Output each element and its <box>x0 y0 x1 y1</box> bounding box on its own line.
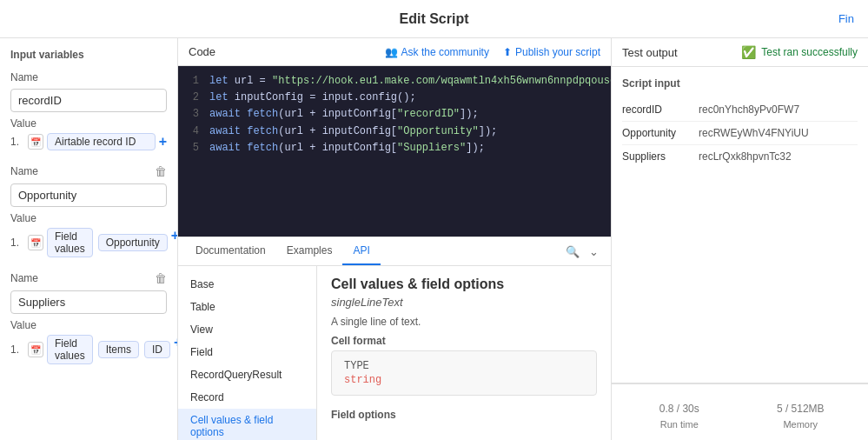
test-success-text: Test ran successfully <box>761 46 858 58</box>
test-output-panel: Test output ✅ Test ran successfully Scri… <box>612 38 868 440</box>
code-line-4: 4 await fetch(url + inputConfig["Opportu… <box>178 123 611 140</box>
api-doc-description: A single line of text. <box>331 316 597 328</box>
tab-documentation[interactable]: Documentation <box>185 237 276 265</box>
api-documentation: Cell values & field options singleLineTe… <box>317 266 611 440</box>
name-label-3: Name <box>10 272 38 284</box>
cell-format-label: Cell format <box>331 335 597 347</box>
memory-label: Memory <box>744 419 858 430</box>
value-label-2: Value <box>10 212 167 224</box>
type-label: TYPE <box>344 360 584 372</box>
add-variable-1[interactable]: + <box>159 134 167 150</box>
test-success-indicator: ✅ Test ran successfully <box>741 45 858 59</box>
code-actions: 👥 Ask the community ⬆ Publish your scrip… <box>385 46 600 58</box>
variable-group-suppliers: Name 🗑 Value 1. 📅 Field values Items <box>10 271 167 364</box>
chevron-down-icon[interactable]: ⌄ <box>583 241 604 262</box>
code-editor[interactable]: 1 let url = "https://hook.eu1.make.com/w… <box>178 66 611 237</box>
tab-examples[interactable]: Examples <box>276 237 343 265</box>
sidebar-item-cellvalues[interactable]: Cell values & field options <box>178 409 316 440</box>
input-val-suppliers: recLrQxk8hpvnTc32 <box>699 150 792 163</box>
api-content: Base Table View Field RecordQueryResult … <box>178 266 611 440</box>
main-layout: Input variables Name Value 1. 📅 Airtable… <box>0 38 868 440</box>
run-time-stat: 0.8 / 30s Run time <box>622 395 737 430</box>
code-line-3: 3 await fetch(url + inputConfig["recordI… <box>178 106 611 123</box>
value-tag-field: Field values <box>47 228 93 257</box>
input-key-recordid: recordID <box>622 103 692 116</box>
sidebar-item-record[interactable]: Record <box>178 386 316 409</box>
code-line-2: 2 let inputConfig = input.config(); <box>178 90 611 106</box>
code-panel: Code 👥 Ask the community ⬆ Publish your … <box>178 38 612 440</box>
search-icon[interactable]: 🔍 <box>562 241 583 262</box>
delete-var-3[interactable]: 🗑 <box>155 271 167 285</box>
tab-api[interactable]: API <box>342 237 380 265</box>
input-val-recordid: rec0nYhch8yPv0FW7 <box>699 103 799 116</box>
input-row-suppliers: Suppliers recLrQxk8hpvnTc32 <box>622 145 858 168</box>
input-row-opportunity: Opportunity recRWEyWhV4FNYiUU <box>622 122 858 145</box>
sidebar-item-table[interactable]: Table <box>178 296 316 318</box>
api-doc-title: Cell values & field options <box>331 277 597 292</box>
variable-group-opportunity: Name 🗑 Value 1. 📅 Field values Opportuni… <box>10 164 167 257</box>
publish-script-link[interactable]: ⬆ Publish your script <box>503 46 600 58</box>
script-input-section: Script input recordID rec0nYhch8yPv0FW7 … <box>612 67 868 383</box>
value-tag-field-3: Field values <box>47 335 93 364</box>
input-val-opportunity: recRWEyWhV4FNYiUU <box>699 127 809 139</box>
var-name-input-3[interactable] <box>10 290 167 314</box>
memory-stat: 5 / 512MB Memory <box>744 395 858 430</box>
ask-community-link[interactable]: 👥 Ask the community <box>385 46 489 58</box>
sidebar-item-recordqueryresult[interactable]: RecordQueryResult <box>178 363 316 386</box>
code-label: Code <box>189 45 215 58</box>
run-time-label: Run time <box>622 419 737 430</box>
var-name-input-2[interactable] <box>10 183 167 207</box>
code-line-1: 1 let url = "https://hook.eu1.make.com/w… <box>178 73 611 90</box>
input-row-recordid: recordID rec0nYhch8yPv0FW7 <box>622 98 858 122</box>
script-input-title: Script input <box>622 77 858 90</box>
page-title: Edit Script <box>294 11 573 27</box>
name-label-2: Name <box>10 165 38 177</box>
calendar-icon-2[interactable]: 📅 <box>28 235 43 250</box>
publish-icon: ⬆ <box>503 46 512 58</box>
fin-link[interactable]: Fin <box>838 12 854 25</box>
api-doc-subtitle: singleLineText <box>331 296 597 309</box>
input-key-opportunity: Opportunity <box>622 127 692 139</box>
variable-group-recordid: Name Value 1. 📅 Airtable record ID + <box>10 71 167 150</box>
calendar-icon-3[interactable]: 📅 <box>28 342 43 357</box>
delete-var-2[interactable]: 🗑 <box>155 164 167 178</box>
value-tag-items: Items <box>98 341 139 358</box>
name-label-1: Name <box>10 71 38 83</box>
input-variables-panel: Input variables Name Value 1. 📅 Airtable… <box>0 38 178 440</box>
value-tag-opp: Opportunity <box>98 234 168 251</box>
value-label-3: Value <box>10 319 167 331</box>
add-variable-2[interactable]: + <box>171 228 178 243</box>
value-tag-1: Airtable record ID <box>47 133 156 150</box>
memory-num: 5 / 512MB <box>744 395 858 417</box>
input-key-suppliers: Suppliers <box>622 150 692 163</box>
header: Edit Script Fin <box>0 0 868 38</box>
test-output-header: Test output ✅ Test ran successfully <box>612 38 868 67</box>
value-label-1: Value <box>10 117 167 130</box>
calendar-icon-1[interactable]: 📅 <box>28 134 43 150</box>
value-tag-id: ID <box>144 341 170 358</box>
type-value: string <box>344 374 584 386</box>
input-variables-title: Input variables <box>10 49 167 61</box>
run-time-num: 0.8 / 30s <box>622 395 737 417</box>
value-num-2: 1. <box>10 237 24 249</box>
value-row-1: 1. 📅 Airtable record ID + <box>10 133 167 150</box>
field-options-label: Field options <box>331 409 597 421</box>
api-panel: Documentation Examples API 🔍 ⌄ Base Tabl… <box>178 237 611 440</box>
sidebar-item-field[interactable]: Field <box>178 341 316 363</box>
api-tabs: Documentation Examples API 🔍 ⌄ <box>178 237 611 266</box>
code-line-5: 5 await fetch(url + inputConfig["Supplie… <box>178 140 611 157</box>
value-num-1: 1. <box>10 136 24 148</box>
community-icon: 👥 <box>385 46 398 58</box>
cell-format-block: TYPE string <box>331 350 597 396</box>
value-row-3: 1. 📅 Field values Items ID <box>10 335 170 364</box>
sidebar-item-view[interactable]: View <box>178 318 316 341</box>
api-sidebar: Base Table View Field RecordQueryResult … <box>178 266 317 440</box>
value-row-2: 1. 📅 Field values Opportunity <box>10 228 168 257</box>
value-num-3: 1. <box>10 343 24 356</box>
success-icon: ✅ <box>741 45 756 59</box>
var-name-input-1[interactable] <box>10 89 167 112</box>
test-footer: 0.8 / 30s Run time 5 / 512MB Memory <box>612 383 868 440</box>
test-output-title: Test output <box>622 46 678 59</box>
code-header: Code 👥 Ask the community ⬆ Publish your … <box>178 38 611 66</box>
sidebar-item-base[interactable]: Base <box>178 273 316 296</box>
